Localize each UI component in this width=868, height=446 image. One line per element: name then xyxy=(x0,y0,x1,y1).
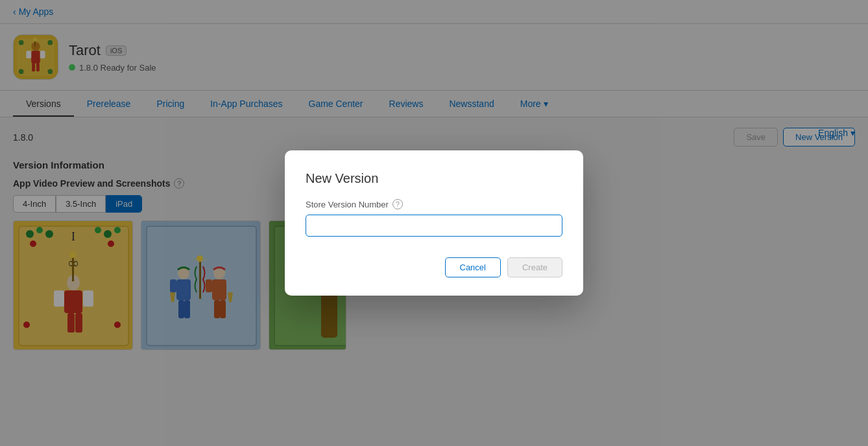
modal-label: Store Version Number ? xyxy=(306,199,562,209)
modal-title: New Version xyxy=(306,171,562,186)
modal-overlay: New Version Store Version Number ? Cance… xyxy=(0,0,868,446)
store-version-input[interactable] xyxy=(306,215,562,237)
create-button[interactable]: Create xyxy=(507,257,562,277)
new-version-modal: New Version Store Version Number ? Cance… xyxy=(285,150,583,296)
cancel-button[interactable]: Cancel xyxy=(445,257,501,277)
store-version-label: Store Version Number xyxy=(306,200,389,209)
modal-help-icon[interactable]: ? xyxy=(392,199,403,209)
modal-buttons: Cancel Create xyxy=(306,257,562,277)
